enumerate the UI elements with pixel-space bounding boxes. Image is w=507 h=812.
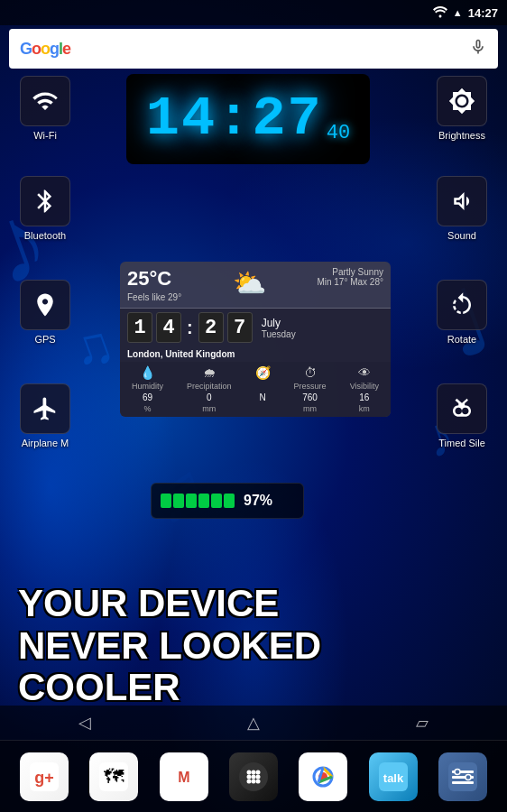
weather-min-max: Min 17° Max 28° <box>317 277 383 287</box>
bluetooth-icon-box <box>20 176 70 226</box>
dock-google-plus[interactable]: g+ <box>20 752 69 801</box>
weather-feels-like: Feels like 29° <box>127 292 181 302</box>
pressure-unit: mm <box>303 404 317 413</box>
home-button[interactable]: △ <box>229 707 278 738</box>
signal-status-icon: ▲ <box>453 7 463 18</box>
month: July <box>262 317 296 329</box>
pressure-value: 760 <box>302 392 318 402</box>
battery-seg-6 <box>224 494 235 508</box>
rotate-toggle[interactable]: Rotate <box>426 280 498 345</box>
wifi-icon-box <box>20 76 70 126</box>
promo-line1: YOUR DEVICE <box>18 583 321 624</box>
humidity-unit: % <box>144 404 152 413</box>
brightness-toggle[interactable]: Brightness <box>426 76 498 141</box>
nav-bar: ◁ △ ▱ <box>0 706 507 740</box>
status-bar: ▲ 14:27 <box>0 0 507 25</box>
sound-icon-box <box>437 176 487 226</box>
flip-min-1: 2 <box>198 312 224 343</box>
search-bar[interactable]: Google <box>9 29 498 69</box>
battery-bar <box>161 494 235 508</box>
clock-widget: 14:27 40 <box>126 74 370 164</box>
precipitation-stat: 🌧 Precipitation 0 mm <box>187 365 232 413</box>
battery-seg-1 <box>161 494 171 508</box>
weather-widget: 25°C Feels like 29° ⛅ Partly Sunny Min 1… <box>120 262 391 417</box>
gps-toggle[interactable]: GPS <box>9 280 81 345</box>
battery-seg-5 <box>211 494 222 508</box>
pressure-stat: ⏱ Pressure 760 mm <box>294 365 327 413</box>
svg-text:M: M <box>178 770 189 785</box>
bluetooth-toggle[interactable]: Bluetooth <box>9 176 81 241</box>
flip-clock-row: 1 4 : 2 7 July Tuesday <box>120 309 391 346</box>
precip-value: 0 <box>207 392 212 402</box>
weather-temp: 25°C <box>127 267 181 291</box>
dock-talk[interactable]: talk <box>369 752 418 801</box>
dock: g+ 🗺 M <box>0 740 507 812</box>
brightness-icon-box <box>437 76 487 126</box>
promo-line2: NEVER LOOKED <box>18 625 321 667</box>
voice-search-icon[interactable] <box>469 38 487 60</box>
svg-point-15 <box>255 779 260 783</box>
brightness-label: Brightness <box>438 130 485 141</box>
visibility-unit: km <box>359 404 370 413</box>
promo-text: YOUR DEVICE NEVER LOOKED COOLER <box>18 583 321 708</box>
svg-text:talk: talk <box>383 771 404 785</box>
humidity-value: 69 <box>143 392 152 402</box>
google-logo: Google <box>20 40 70 59</box>
flip-min-2: 7 <box>227 312 253 343</box>
airplane-icon-box <box>20 383 70 434</box>
dock-settings[interactable] <box>438 752 487 801</box>
timed-sile-toggle[interactable]: Timed Sile <box>426 383 498 448</box>
dock-maps[interactable]: 🗺 <box>89 752 138 801</box>
precip-unit: mm <box>202 404 216 413</box>
timed-sile-label: Timed Sile <box>438 438 485 448</box>
sound-toggle[interactable]: Sound <box>426 176 498 241</box>
dock-gmail[interactable]: M <box>160 752 208 801</box>
clock-seconds: 40 <box>327 122 350 144</box>
flip-hour-2: 4 <box>156 312 181 343</box>
svg-point-12 <box>255 774 260 779</box>
back-button[interactable]: ◁ <box>60 707 109 738</box>
date-info: July Tuesday <box>262 317 296 339</box>
svg-point-13 <box>246 779 251 783</box>
dock-chrome[interactable] <box>299 752 347 801</box>
weather-stats: 💧 Humidity 69 % 🌧 Precipitation 0 mm 🧭 N… <box>120 362 391 417</box>
gps-label: GPS <box>34 334 55 345</box>
sound-label: Sound <box>447 230 476 241</box>
svg-point-11 <box>251 774 255 779</box>
rotate-label: Rotate <box>447 334 476 345</box>
battery-percent: 97% <box>244 493 272 509</box>
battery-seg-3 <box>186 494 197 508</box>
location-name: London, United Kingdom <box>127 349 235 359</box>
svg-point-25 <box>455 769 460 774</box>
visibility-value: 16 <box>359 392 369 402</box>
battery-widget: 97% <box>151 483 304 519</box>
svg-rect-24 <box>452 781 474 784</box>
svg-point-26 <box>466 774 471 780</box>
svg-text:g+: g+ <box>34 769 54 787</box>
recents-button[interactable]: ▱ <box>398 707 447 738</box>
compass-stat: 🧭 N <box>255 365 271 413</box>
clock-display: 14:27 <box>146 91 323 147</box>
svg-text:🗺: 🗺 <box>104 765 124 788</box>
battery-seg-2 <box>173 494 184 508</box>
wifi-toggle[interactable]: Wi-Fi <box>9 76 81 141</box>
wifi-status-icon <box>433 5 447 21</box>
airplane-toggle[interactable]: Airplane M <box>9 383 81 448</box>
svg-point-14 <box>251 779 255 783</box>
svg-point-7 <box>246 770 251 774</box>
weather-condition-icon: ⛅ <box>233 267 266 299</box>
weather-condition: Partly Sunny <box>317 267 383 277</box>
location-row: London, United Kingdom <box>120 346 391 362</box>
timed-sile-icon-box <box>437 383 487 434</box>
humidity-stat: 💧 Humidity 69 % <box>132 365 163 413</box>
svg-point-10 <box>246 774 251 779</box>
dock-app-drawer[interactable] <box>229 752 278 801</box>
svg-point-9 <box>255 770 260 774</box>
wifi-label: Wi-Fi <box>33 130 57 141</box>
gps-icon-box <box>20 280 70 330</box>
status-time: 14:27 <box>468 6 498 20</box>
battery-seg-4 <box>198 494 209 508</box>
day-name: Tuesday <box>262 329 296 339</box>
bluetooth-label: Bluetooth <box>24 230 66 241</box>
flip-hour-1: 1 <box>127 312 152 343</box>
